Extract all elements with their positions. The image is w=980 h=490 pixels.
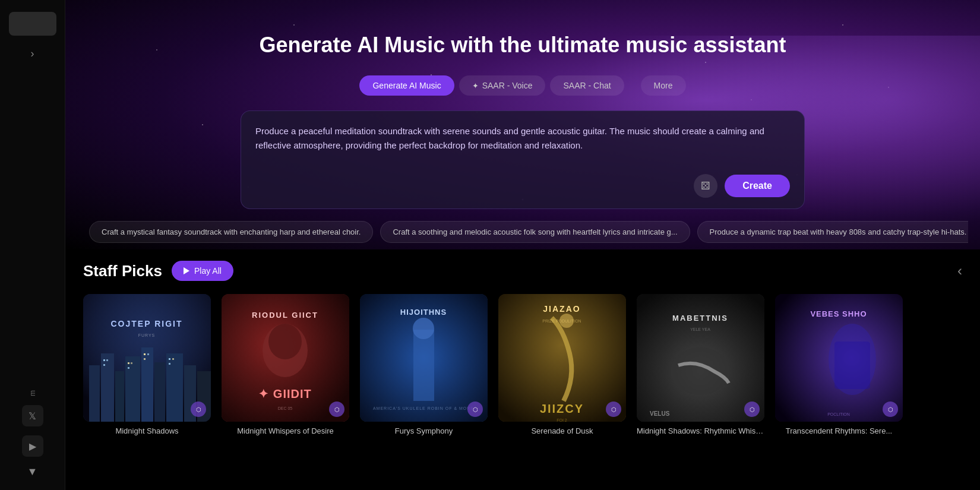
suggestion-chip-2[interactable]: Craft a soothing and melodic acoustic fo… [380, 221, 690, 243]
twitter-button[interactable]: 𝕏 [22, 405, 43, 426]
album-title-2: Midnight Whispers of Desire [222, 426, 349, 435]
album-cover-art-1: COJTEP RIGIT FURYS [83, 294, 211, 422]
svg-text:✦ GIIDIT: ✦ GIIDIT [258, 387, 311, 400]
prompt-container: ⚄ Create [241, 110, 805, 209]
svg-text:JIIZCY: JIIZCY [540, 402, 584, 415]
svg-rect-6 [141, 347, 153, 422]
svg-text:RIODUL GIICT: RIODUL GIICT [252, 311, 318, 320]
album-card-1[interactable]: COJTEP RIGIT FURYS ⬡ Midnight Shadows [83, 294, 211, 435]
svg-text:FURYS: FURYS [138, 333, 156, 337]
hero-title: Generate AI Music with the ultimate musi… [65, 0, 980, 75]
sidebar-bottom: m 𝕏 ▶ ▼ [22, 390, 43, 478]
play-all-button[interactable]: Play All [172, 261, 233, 281]
svg-point-47 [671, 347, 730, 395]
prompt-actions: ⚄ Create [255, 174, 790, 198]
svg-rect-34 [413, 330, 434, 401]
sidebar-expand-button[interactable]: ▼ [27, 466, 38, 478]
album-cover-art-4: JIAZAO PRIZE PODULITION JIIZCY FOI 2 [498, 294, 626, 422]
staff-picks-section: Staff Picks Play All ‹ [65, 243, 980, 435]
tab-more[interactable]: More [641, 75, 686, 96]
svg-rect-4 [115, 371, 124, 422]
youtube-button[interactable]: ▶ [22, 435, 43, 457]
svg-text:MABETTNIS: MABETTNIS [672, 314, 728, 323]
album-card-2[interactable]: RIODUL GIICT ✦ GIIDIT DEC 05 ⬡ Midnight … [222, 294, 349, 435]
album-card-3[interactable]: HIJOITHNS AMERICA'S UKULELE ROBIN OF & M… [360, 294, 488, 435]
album-title-4: Serenade of Dusk [498, 426, 626, 435]
svg-rect-22 [169, 363, 170, 365]
svg-rect-20 [169, 358, 170, 360]
svg-text:VELUS: VELUS [650, 410, 670, 417]
svg-rect-3 [101, 353, 114, 422]
sidebar-collapse-button[interactable]: › [31, 48, 34, 60]
svg-text:JIAZAO: JIAZAO [543, 304, 580, 314]
suggestion-chip-3[interactable]: Produce a dynamic trap beat with heavy 8… [697, 221, 968, 243]
svg-rect-19 [144, 358, 146, 360]
svg-text:POCLITION: POCLITION [827, 412, 850, 416]
svg-point-35 [413, 318, 434, 339]
svg-rect-21 [172, 358, 174, 360]
tabs-row: Generate AI Music ✦ SAAR - Voice SAAR - … [65, 75, 980, 96]
album-cover-3: HIJOITHNS AMERICA'S UKULELE ROBIN OF & M… [360, 294, 488, 422]
staff-picks-nav-right[interactable]: ‹ [957, 263, 962, 279]
tab-saar-voice[interactable]: ✦ SAAR - Voice [459, 75, 546, 96]
svg-text:FOI 2: FOI 2 [557, 418, 567, 422]
album-cover-art-6: VEBES SHHO POCLITION [775, 294, 903, 422]
staff-picks-header: Staff Picks Play All ‹ [83, 261, 962, 281]
suggestions-row: Craft a mystical fantasy soundtrack with… [77, 221, 968, 243]
svg-rect-17 [144, 353, 146, 355]
svg-text:PRIZE PODULITION: PRIZE PODULITION [542, 319, 581, 323]
suggestion-chip-1[interactable]: Craft a mystical fantasy soundtrack with… [89, 221, 373, 243]
album-title-3: Furys Symphony [360, 426, 488, 435]
album-cover-art-2: RIODUL GIICT ✦ GIIDIT DEC 05 [222, 294, 349, 422]
album-cover-art-5: MABETTNIS YELE YEA VELUS [637, 294, 764, 422]
sidebar-top: › [0, 12, 65, 60]
play-all-label: Play All [194, 266, 222, 276]
svg-point-28 [268, 324, 302, 359]
main-content-area: Generate AI Music with the ultimate musi… [65, 0, 980, 490]
svg-text:DEC 05: DEC 05 [278, 406, 293, 410]
album-title-1: Midnight Shadows [83, 426, 211, 435]
sidebar-label: m [29, 390, 37, 396]
svg-text:COJTEP RIGIT: COJTEP RIGIT [111, 319, 183, 328]
svg-rect-16 [128, 367, 129, 369]
svg-text:AMERICA'S UKULELE ROBIN OF & M: AMERICA'S UKULELE ROBIN OF & MORE [373, 406, 474, 410]
album-cards-row: COJTEP RIGIT FURYS ⬡ Midnight Shadows [83, 294, 962, 435]
album-card-4[interactable]: JIAZAO PRIZE PODULITION JIIZCY FOI 2 ⬡ S… [498, 294, 626, 435]
svg-text:VEBES SHHO: VEBES SHHO [810, 309, 867, 318]
album-cover-1: COJTEP RIGIT FURYS ⬡ [83, 294, 211, 422]
album-watermark-4: ⬡ [606, 402, 621, 417]
album-title-6: Transcendent Rhythms: Sere... [775, 426, 903, 435]
staff-picks-left: Staff Picks Play All [83, 261, 233, 281]
album-cover-2: RIODUL GIICT ✦ GIIDIT DEC 05 ⬡ [222, 294, 349, 422]
prompt-input[interactable] [255, 124, 790, 166]
svg-rect-18 [147, 353, 149, 355]
album-watermark-3: ⬡ [467, 402, 483, 417]
svg-rect-54 [834, 342, 870, 389]
svg-rect-13 [103, 364, 105, 366]
staff-picks-title: Staff Picks [83, 262, 162, 280]
svg-rect-5 [125, 356, 140, 422]
tab-generate-ai-music[interactable]: Generate AI Music [359, 75, 454, 96]
svg-rect-11 [103, 359, 105, 361]
svg-rect-7 [154, 362, 165, 422]
svg-rect-2 [89, 365, 100, 422]
play-icon [184, 267, 189, 274]
album-card-5[interactable]: MABETTNIS YELE YEA VELUS ⬡ Midnight Shad… [637, 294, 764, 435]
album-watermark-1: ⬡ [191, 402, 206, 417]
album-card-6[interactable]: VEBES SHHO POCLITION ⬡ Transcendent Rhyt… [775, 294, 903, 435]
create-button[interactable]: Create [725, 175, 790, 197]
svg-rect-14 [128, 362, 129, 364]
album-watermark-5: ⬡ [744, 402, 760, 417]
svg-text:YELE YEA: YELE YEA [690, 327, 710, 331]
album-title-5: Midnight Shadows: Rhythmic Whispers of t… [637, 426, 764, 435]
svg-rect-12 [106, 359, 108, 361]
randomize-button[interactable]: ⚄ [694, 174, 717, 198]
album-cover-art-3: HIJOITHNS AMERICA'S UKULELE ROBIN OF & M… [360, 294, 488, 422]
sidebar: › m 𝕏 ▶ ▼ [0, 0, 65, 490]
album-watermark-2: ⬡ [329, 402, 344, 417]
album-cover-5: MABETTNIS YELE YEA VELUS ⬡ [637, 294, 764, 422]
svg-rect-15 [131, 362, 132, 364]
sidebar-logo [9, 12, 56, 36]
tab-saar-chat[interactable]: SAAR - Chat [550, 75, 624, 96]
album-cover-6: VEBES SHHO POCLITION ⬡ [775, 294, 903, 422]
